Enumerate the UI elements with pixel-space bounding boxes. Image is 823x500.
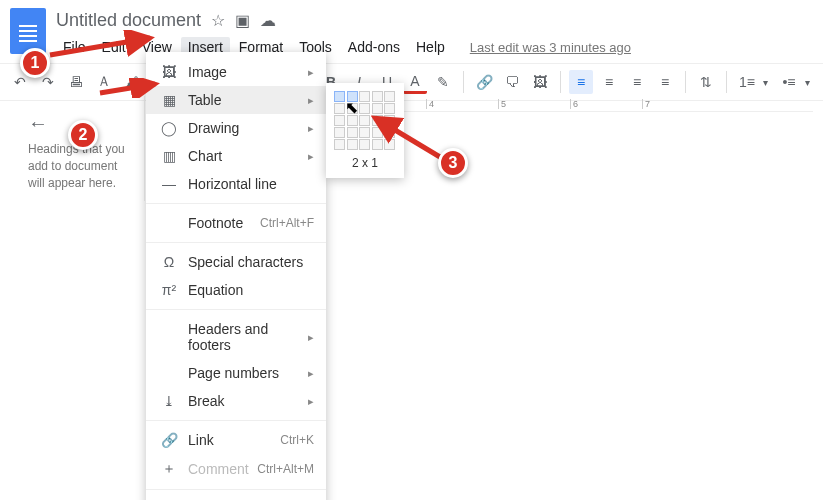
move-icon[interactable]: ▣ [235, 11, 250, 30]
menu-image[interactable]: 🖼Image▸ [146, 58, 326, 86]
grid-cell[interactable] [384, 139, 395, 150]
grid-cell[interactable] [334, 91, 345, 102]
align-left-button[interactable]: ≡ [569, 70, 593, 94]
grid-cell[interactable] [359, 139, 370, 150]
highlight-button[interactable]: ✎ [431, 70, 455, 94]
comment-icon: ＋ [158, 460, 180, 478]
grid-cell[interactable] [334, 115, 345, 126]
table-icon: ▦ [158, 92, 180, 108]
grid-cell[interactable] [359, 91, 370, 102]
star-icon[interactable]: ☆ [211, 11, 225, 30]
pi-icon: π² [158, 282, 180, 298]
insert-dropdown: 🖼Image▸ ▦Table▸ ◯Drawing▸ ▥Chart▸ —Horiz… [146, 52, 326, 500]
grid-cell[interactable] [347, 127, 358, 138]
grid-cell[interactable] [372, 103, 383, 114]
grid-cell[interactable] [372, 139, 383, 150]
menu-break[interactable]: ⤓Break▸ [146, 387, 326, 415]
grid-cell[interactable] [359, 127, 370, 138]
menu-comment: ＋CommentCtrl+Alt+M [146, 454, 326, 484]
menu-drawing[interactable]: ◯Drawing▸ [146, 114, 326, 142]
grid-cell[interactable] [359, 115, 370, 126]
print-button[interactable]: 🖶 [64, 70, 88, 94]
menu-headers-footers[interactable]: Headers and footers▸ [146, 315, 326, 359]
insert-comment-button[interactable]: 🗨 [500, 70, 524, 94]
grid-cell[interactable] [334, 127, 345, 138]
insert-image-button[interactable]: 🖼 [528, 70, 552, 94]
align-center-button[interactable]: ≡ [597, 70, 621, 94]
menu-chart[interactable]: ▥Chart▸ [146, 142, 326, 170]
numbered-list-button[interactable]: 1≡ [735, 70, 759, 94]
menu-help[interactable]: Help [409, 37, 452, 57]
outline-panel: ← Headings that you add to document will… [0, 96, 145, 201]
cloud-icon[interactable]: ☁ [260, 11, 276, 30]
insert-link-button[interactable]: 🔗 [472, 70, 496, 94]
menu-link[interactable]: 🔗LinkCtrl+K [146, 426, 326, 454]
table-size-label: 2 x 1 [334, 150, 396, 170]
menu-special-chars[interactable]: ΩSpecial characters [146, 248, 326, 276]
menu-hr[interactable]: —Horizontal line [146, 170, 326, 198]
last-edit-link[interactable]: Last edit was 3 minutes ago [470, 40, 631, 55]
drawing-icon: ◯ [158, 120, 180, 136]
menu-addons[interactable]: Add-ons [341, 37, 407, 57]
callout-2: 2 [68, 120, 98, 150]
menu-page-numbers[interactable]: Page numbers▸ [146, 359, 326, 387]
grid-cell[interactable] [384, 91, 395, 102]
hr-icon: — [158, 176, 180, 192]
chart-icon: ▥ [158, 148, 180, 164]
align-right-button[interactable]: ≡ [625, 70, 649, 94]
grid-cell[interactable] [384, 103, 395, 114]
grid-cell[interactable] [334, 103, 345, 114]
omega-icon: Ω [158, 254, 180, 270]
grid-cell[interactable] [384, 115, 395, 126]
grid-cell[interactable] [359, 103, 370, 114]
grid-cell[interactable] [384, 127, 395, 138]
text-color-button[interactable]: A [403, 70, 427, 94]
callout-3: 3 [438, 148, 468, 178]
docs-logo[interactable] [10, 8, 46, 54]
menu-bookmark[interactable]: Bookmark [146, 495, 326, 500]
align-justify-button[interactable]: ≡ [653, 70, 677, 94]
image-icon: 🖼 [158, 64, 180, 80]
break-icon: ⤓ [158, 393, 180, 409]
cursor-icon: ⬉ [345, 98, 358, 117]
paint-format-button[interactable]: 🖌 [120, 70, 144, 94]
link-icon: 🔗 [158, 432, 180, 448]
menu-edit[interactable]: Edit [95, 37, 133, 57]
callout-1: 1 [20, 48, 50, 78]
grid-cell[interactable] [334, 139, 345, 150]
grid-cell[interactable] [372, 127, 383, 138]
document-title[interactable]: Untitled document [56, 10, 201, 31]
grid-cell[interactable] [372, 91, 383, 102]
bulleted-list-button[interactable]: •≡ [777, 70, 801, 94]
table-size-picker[interactable]: 2 x 1 [326, 83, 404, 178]
grid-cell[interactable] [347, 139, 358, 150]
menu-table[interactable]: ▦Table▸ [146, 86, 326, 114]
menu-footnote[interactable]: FootnoteCtrl+Alt+F [146, 209, 326, 237]
spellcheck-button[interactable]: Ａ [92, 70, 116, 94]
line-spacing-button[interactable]: ⇅ [694, 70, 718, 94]
menu-file[interactable]: File [56, 37, 93, 57]
menu-equation[interactable]: π²Equation [146, 276, 326, 304]
grid-cell[interactable] [372, 115, 383, 126]
